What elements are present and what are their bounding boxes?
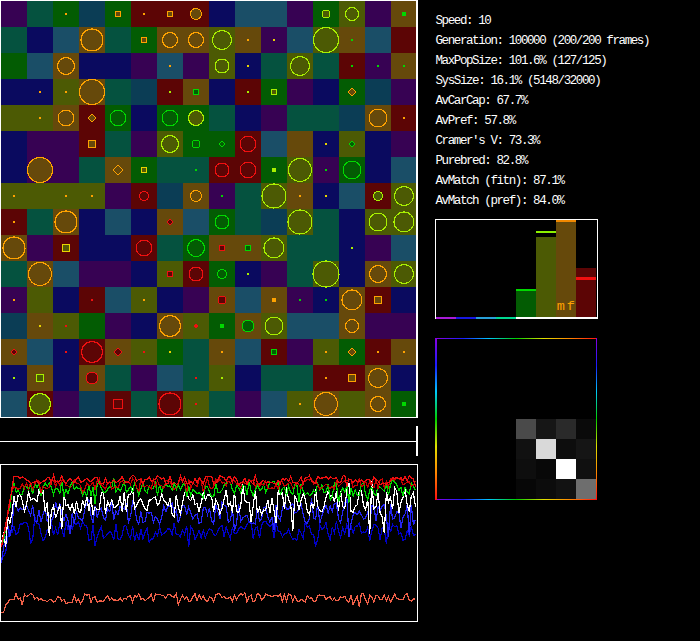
svg-text:MaxPopSize: 101.6% (127/125): MaxPopSize: 101.6% (127/125) bbox=[436, 54, 607, 68]
svg-text:Purebred: 82.8%: Purebred: 82.8% bbox=[436, 154, 529, 168]
svg-text:AvPref: 57.8%: AvPref: 57.8% bbox=[436, 114, 517, 128]
svg-text:Cramer's V: 73.3%: Cramer's V: 73.3% bbox=[436, 134, 542, 148]
svg-text:Speed: 10: Speed: 10 bbox=[436, 14, 492, 28]
svg-text:AvMatch (fitn): 87.1%: AvMatch (fitn): 87.1% bbox=[436, 174, 566, 188]
svg-text:f: f bbox=[567, 299, 575, 314]
svg-text:m: m bbox=[557, 299, 565, 314]
svg-text:AvCarCap: 67.7%: AvCarCap: 67.7% bbox=[436, 94, 529, 108]
svg-text:SysSize: 16.1% (5148/32000): SysSize: 16.1% (5148/32000) bbox=[436, 74, 601, 88]
svg-text:AvMatch (pref): 84.0%: AvMatch (pref): 84.0% bbox=[436, 194, 566, 208]
svg-text:Generation: 100000 (200/200 fr: Generation: 100000 (200/200 frames) bbox=[436, 34, 650, 48]
